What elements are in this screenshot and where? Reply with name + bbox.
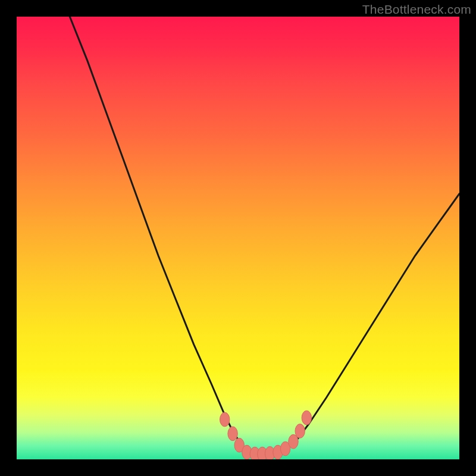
outer-frame: TheBottleneck.com (0, 0, 476, 476)
chart-overlay (17, 17, 459, 459)
plot-area (17, 17, 459, 459)
trough-marker (295, 424, 305, 439)
watermark-text: TheBottleneck.com (362, 2, 471, 17)
trough-marker (220, 412, 230, 427)
trough-marker (302, 411, 311, 425)
bottleneck-curve (70, 17, 459, 455)
trough-markers (220, 411, 312, 459)
trough-marker (228, 427, 237, 441)
